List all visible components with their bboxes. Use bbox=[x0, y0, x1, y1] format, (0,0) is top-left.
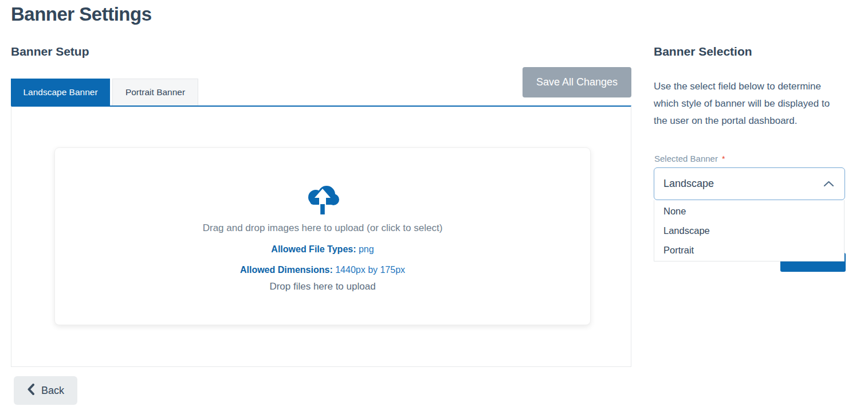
landscape-banner-tab-panel: Drag and drop images here to upload (or … bbox=[11, 106, 631, 367]
dropzone-instruction: Drag and drop images here to upload (or … bbox=[203, 222, 443, 234]
allowed-dimensions-value: 1440px by 175px bbox=[335, 265, 405, 275]
cloud-upload-icon bbox=[304, 183, 341, 218]
tab-portrait-banner-label: Portrait Banner bbox=[125, 87, 185, 97]
allowed-dimensions: Allowed Dimensions: 1440px by 175px bbox=[240, 265, 405, 275]
image-upload-dropzone[interactable]: Drag and drop images here to upload (or … bbox=[54, 147, 591, 325]
allowed-file-types-label: Allowed File Types: bbox=[271, 244, 356, 254]
banner-setup-heading: Banner Setup bbox=[11, 45, 89, 58]
save-all-changes-label: Save All Changes bbox=[536, 76, 618, 88]
selected-banner-value: Landscape bbox=[663, 178, 714, 190]
back-button-label: Back bbox=[41, 385, 64, 397]
allowed-dimensions-label: Allowed Dimensions: bbox=[240, 265, 333, 275]
option-portrait[interactable]: Portrait bbox=[654, 240, 844, 260]
tab-landscape-banner[interactable]: Landscape Banner bbox=[11, 79, 110, 106]
save-all-changes-button[interactable]: Save All Changes bbox=[523, 67, 631, 97]
option-portrait-label: Portrait bbox=[663, 245, 694, 256]
banner-selection-heading: Banner Selection bbox=[654, 45, 752, 58]
tab-portrait-banner[interactable]: Portrait Banner bbox=[112, 79, 198, 106]
back-button[interactable]: Back bbox=[14, 376, 77, 405]
page-title: Banner Settings bbox=[11, 3, 152, 25]
required-asterisk: * bbox=[722, 154, 725, 163]
banner-selection-description: Use the select field below to determine … bbox=[654, 78, 846, 130]
option-landscape[interactable]: Landscape bbox=[654, 221, 844, 240]
dropzone-hint: Drop files here to upload bbox=[269, 281, 375, 292]
option-none-label: None bbox=[663, 206, 686, 217]
selected-banner-label-text: Selected Banner bbox=[654, 154, 718, 163]
chevron-up-icon bbox=[823, 179, 834, 189]
allowed-file-types-value: png bbox=[359, 244, 374, 254]
selected-banner-label: Selected Banner* bbox=[654, 154, 725, 163]
selected-banner-select[interactable]: Landscape bbox=[654, 167, 845, 200]
banner-settings-page: Banner Settings Banner Setup Save All Ch… bbox=[0, 0, 868, 414]
allowed-file-types: Allowed File Types: png bbox=[271, 244, 374, 255]
option-landscape-label: Landscape bbox=[663, 225, 710, 236]
option-none[interactable]: None bbox=[654, 201, 844, 221]
chevron-left-icon bbox=[27, 384, 34, 398]
tab-landscape-banner-label: Landscape Banner bbox=[23, 87, 97, 97]
selected-banner-options-list: None Landscape Portrait bbox=[654, 200, 845, 261]
